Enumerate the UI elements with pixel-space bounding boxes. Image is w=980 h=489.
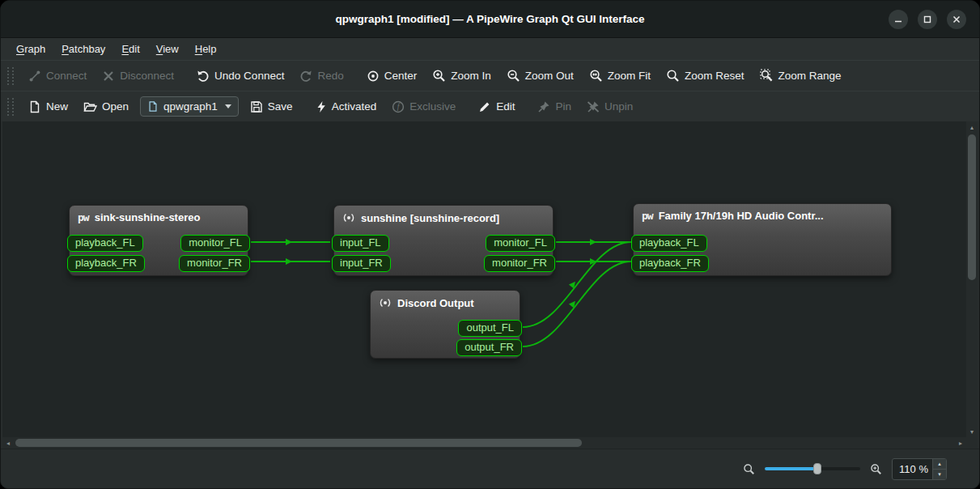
zoom-slider-fill	[765, 467, 817, 470]
zoom-out-button[interactable]: Zoom Out	[499, 64, 581, 87]
exclusive-icon: f	[392, 100, 405, 113]
zoom-slider-handle[interactable]	[813, 463, 821, 474]
node-sink-sunshine-stereo[interactable]: pw sink-sunshine-stereo playback_FL play…	[69, 205, 248, 276]
port-input[interactable]: input_FL	[332, 235, 389, 252]
scroll-right-arrow[interactable]: ▸	[955, 437, 966, 449]
zoom-out-small-icon	[743, 463, 755, 475]
undo-icon	[197, 70, 210, 83]
zoom-in-icon	[432, 69, 446, 83]
activated-toggle[interactable]: Activated	[308, 96, 384, 118]
node-title: Family 17h/19h HD Audio Contr...	[659, 210, 824, 222]
zoom-in-small-icon	[870, 463, 882, 475]
port-output[interactable]: monitor_FR	[179, 255, 250, 272]
session-dropdown[interactable]: qpwgraph1	[140, 96, 239, 117]
connection-lines	[2, 121, 966, 437]
session-file-icon	[147, 100, 159, 113]
zoom-slider[interactable]	[765, 461, 860, 477]
node-discord-output[interactable]: Discord Output output_FL output_FR	[370, 290, 520, 359]
zoom-out-icon	[507, 69, 520, 83]
menu-patchbay[interactable]: Patchbay	[54, 40, 112, 57]
node-title: Discord Output	[397, 297, 474, 309]
save-icon	[250, 100, 263, 113]
close-button[interactable]	[947, 10, 966, 29]
svg-text:f: f	[397, 103, 401, 111]
pipewire-icon: pw	[642, 210, 653, 222]
port-output[interactable]: monitor_FL	[486, 235, 555, 252]
open-folder-icon	[83, 100, 97, 113]
statusbar: 110 % ▴ ▾	[1, 449, 979, 488]
redo-label: Redo	[317, 70, 343, 82]
toolbar-drag-handle[interactable]	[7, 98, 14, 116]
scroll-left-arrow[interactable]: ◂	[2, 437, 14, 449]
graph-canvas[interactable]: pw sink-sunshine-stereo playback_FL play…	[2, 121, 966, 437]
record-icon	[379, 296, 392, 309]
zoom-value[interactable]: 110 %	[893, 459, 932, 479]
scroll-up-arrow[interactable]: ▴	[966, 121, 978, 133]
node-header: Discord Output	[371, 291, 520, 313]
port-output[interactable]: monitor_FR	[484, 255, 555, 272]
port-output[interactable]: output_FR	[456, 339, 522, 356]
menu-view[interactable]: View	[149, 40, 186, 57]
new-button[interactable]: New	[21, 96, 75, 118]
edit-pencil-icon	[478, 100, 491, 113]
disconnect-icon	[102, 70, 115, 83]
node-header: pw Family 17h/19h HD Audio Contr...	[634, 204, 891, 225]
center-button[interactable]: Center	[359, 65, 425, 87]
scroll-down-arrow[interactable]: ▾	[966, 426, 978, 437]
close-icon	[952, 15, 961, 23]
zoom-range-button[interactable]: Zoom Range	[753, 64, 849, 87]
zoom-reset-icon	[666, 69, 680, 83]
zoom-reset-label: Zoom Reset	[685, 70, 745, 82]
toolbar-drag-handle[interactable]	[7, 67, 14, 85]
port-output[interactable]: output_FL	[458, 320, 522, 337]
connect-button: Connect	[21, 65, 94, 87]
zoom-fit-button[interactable]: Zoom Fit	[582, 64, 658, 87]
open-label: Open	[102, 100, 129, 113]
node-header: pw sink-sunshine-stereo	[70, 206, 248, 227]
zoom-spin-up-button[interactable]: ▴	[933, 459, 946, 469]
node-family-hd-audio[interactable]: pw Family 17h/19h HD Audio Contr... play…	[633, 203, 892, 276]
menu-graph[interactable]: Graph	[9, 40, 53, 57]
zoom-range-icon	[760, 69, 774, 83]
new-file-icon	[28, 100, 41, 113]
zoom-fit-icon	[589, 69, 603, 83]
maximize-button[interactable]	[918, 10, 937, 29]
horizontal-scrollbar[interactable]: ◂ ▸	[2, 437, 966, 449]
toolbar-graph: Connect Disconnect Undo Connect Redo Cen…	[1, 60, 979, 91]
port-input[interactable]: playback_FR	[67, 255, 145, 272]
toolbar-patchbay: New Open qpwgraph1 Save Activated f Excl…	[1, 91, 979, 121]
vertical-scrollbar-thumb[interactable]	[968, 134, 976, 280]
canvas-area: pw sink-sunshine-stereo playback_FL play…	[2, 121, 978, 449]
menu-edit[interactable]: Edit	[114, 40, 146, 57]
node-title: sink-sunshine-stereo	[95, 211, 201, 223]
minimize-button[interactable]	[889, 10, 908, 29]
menu-help[interactable]: Help	[188, 40, 224, 57]
horizontal-scrollbar-thumb[interactable]	[15, 439, 582, 447]
edit-toggle[interactable]: Edit	[471, 96, 522, 118]
titlebar: qpwgraph1 [modified] — A PipeWire Graph …	[1, 1, 979, 38]
port-input[interactable]: playback_FR	[631, 255, 709, 272]
save-button[interactable]: Save	[243, 96, 300, 118]
zoom-reset-button[interactable]: Zoom Reset	[659, 64, 752, 87]
dropdown-caret-icon	[225, 104, 231, 108]
unpin-icon	[587, 100, 600, 113]
node-sunshine[interactable]: sunshine [sunshine-record] input_FL inpu…	[333, 205, 554, 276]
zoom-spinbox[interactable]: 110 % ▴ ▾	[892, 458, 947, 480]
redo-icon	[299, 70, 312, 83]
zoom-spin-down-button[interactable]: ▾	[933, 469, 946, 479]
undo-connect-button[interactable]: Undo Connect	[189, 65, 291, 87]
maximize-icon	[923, 15, 931, 23]
window-title: qpwgraph1 [modified] — A PipeWire Graph …	[335, 13, 644, 25]
pin-button: Pin	[530, 96, 579, 118]
vertical-scrollbar[interactable]: ▴ ▾	[966, 121, 978, 437]
session-name: qpwgraph1	[163, 100, 218, 113]
port-input[interactable]: playback_FL	[631, 235, 707, 252]
port-input[interactable]: playback_FL	[67, 235, 143, 252]
exclusive-label: Exclusive	[409, 100, 456, 113]
open-button[interactable]: Open	[76, 96, 136, 118]
pin-label: Pin	[555, 100, 571, 113]
app-window: qpwgraph1 [modified] — A PipeWire Graph …	[0, 0, 980, 489]
zoom-in-button[interactable]: Zoom In	[425, 64, 498, 87]
port-input[interactable]: input_FR	[332, 255, 391, 272]
port-output[interactable]: monitor_FL	[180, 235, 250, 252]
